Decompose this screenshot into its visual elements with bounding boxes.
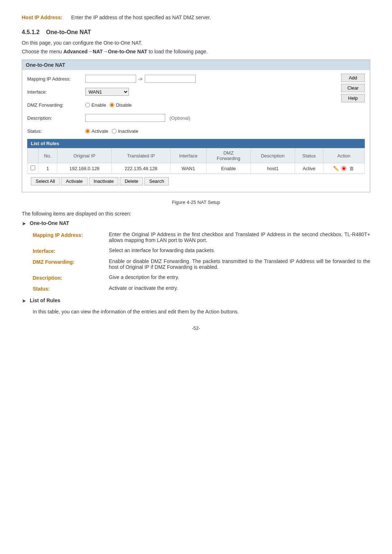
col-description: Description bbox=[251, 148, 295, 163]
detail-description-label: Description: bbox=[33, 274, 109, 281]
table-buttons: Select All Activate Inactivate Delete Se… bbox=[27, 174, 365, 188]
dmz-enable-label[interactable]: Enable bbox=[85, 102, 106, 108]
following-items-text: The following items are displayed on thi… bbox=[22, 211, 370, 217]
disable-icon[interactable]: ● bbox=[341, 165, 347, 171]
edit-icon[interactable]: ✏️ bbox=[333, 165, 339, 172]
list-of-rules: List of Rules No. Original IP Translated… bbox=[27, 139, 365, 188]
detail-dmz: DMZ Forwarding: Enable or disable DMZ Fo… bbox=[33, 258, 370, 270]
optional-text: (Optional) bbox=[170, 115, 190, 121]
bullet2-title: List of Rules bbox=[30, 297, 60, 303]
list-rules-desc: In this table, you can view the informat… bbox=[33, 309, 370, 315]
host-ip-text: Enter the IP address of the host specifi… bbox=[71, 15, 211, 20]
bullet-arrow-1: ➤ bbox=[22, 221, 26, 226]
interface-label: Interface: bbox=[27, 89, 85, 95]
detail-status-text: Activate or inactivate the entry. bbox=[109, 285, 370, 292]
bullet-list-rules: ➤ List of Rules bbox=[22, 297, 370, 304]
delete-button[interactable]: Delete bbox=[120, 177, 143, 185]
detail-dmz-text: Enable or disable DMZ Forwarding. The pa… bbox=[109, 258, 370, 270]
list-rules-desc-block: In this table, you can view the informat… bbox=[33, 309, 370, 315]
detail-description: Description: Give a description for the … bbox=[33, 274, 370, 281]
status-activate-label[interactable]: Activate bbox=[85, 128, 108, 134]
nat-form: Mapping IP Address: -> Interface: WAN1 D… bbox=[22, 70, 370, 192]
row-action: ✏️ ● 🗑 bbox=[323, 163, 364, 174]
mapping-ip-input-right[interactable] bbox=[145, 75, 196, 83]
arrow-text: -> bbox=[138, 76, 143, 82]
detail-mapping-text: Enter the Original IP Address in the fir… bbox=[109, 231, 370, 243]
section-heading: 4.5.1.2 One-to-One NAT bbox=[22, 29, 370, 36]
status-label: Status: bbox=[27, 128, 85, 134]
detail-block: Mapping IP Address: Enter the Original I… bbox=[33, 231, 370, 292]
interface-row: Interface: WAN1 bbox=[27, 87, 365, 97]
interface-control: WAN1 bbox=[85, 88, 365, 96]
dmz-label: DMZ Forwarding: bbox=[27, 102, 85, 108]
row-description: host1 bbox=[251, 163, 295, 174]
status-activate-radio[interactable] bbox=[85, 129, 90, 134]
status-row: Status: Activate Inactivate bbox=[27, 126, 365, 136]
detail-dmz-label: DMZ Forwarding: bbox=[33, 258, 109, 270]
detail-mapping-label: Mapping IP Address: bbox=[33, 231, 109, 243]
description-input[interactable] bbox=[85, 114, 165, 122]
row-status: Active bbox=[295, 163, 323, 174]
col-checkbox bbox=[28, 148, 38, 163]
description-label: Description: bbox=[27, 115, 85, 121]
section-intro: On this page, you can configure the One-… bbox=[22, 40, 370, 46]
select-all-button[interactable]: Select All bbox=[31, 177, 60, 185]
host-ip-section: Host IP Address: Enter the IP address of… bbox=[22, 15, 370, 20]
dmz-control: Enable Disable bbox=[85, 102, 365, 108]
col-action: Action bbox=[323, 148, 364, 163]
row-original-ip: 192.168.0.128 bbox=[57, 163, 111, 174]
inactivate-button[interactable]: Inactivate bbox=[89, 177, 119, 185]
status-control: Activate Inactivate bbox=[85, 128, 365, 134]
table-header-row: No. Original IP Translated IP Interface … bbox=[28, 148, 365, 163]
dmz-disable-label[interactable]: Disable bbox=[110, 102, 131, 108]
nat-box-header: One-to-One NAT bbox=[22, 60, 370, 70]
row-translated-ip: 222.135.48.128 bbox=[112, 163, 171, 174]
status-inactivate-radio[interactable] bbox=[112, 129, 117, 134]
rules-table: No. Original IP Translated IP Interface … bbox=[27, 148, 365, 174]
detail-status: Status: Activate or inactivate the entry… bbox=[33, 285, 370, 292]
mapping-ip-row: Mapping IP Address: -> bbox=[27, 74, 365, 84]
row-checkbox[interactable] bbox=[30, 165, 35, 170]
col-status: Status bbox=[295, 148, 323, 163]
row-dmz: Enable bbox=[207, 163, 251, 174]
row-no: 1 bbox=[38, 163, 57, 174]
detail-mapping: Mapping IP Address: Enter the Original I… bbox=[33, 231, 370, 243]
add-button[interactable]: Add bbox=[341, 74, 365, 82]
figure-caption: Figure 4-25 NAT Setup bbox=[22, 200, 370, 205]
col-dmz: DMZForwarding bbox=[207, 148, 251, 163]
help-button[interactable]: Help bbox=[341, 94, 365, 102]
search-button[interactable]: Search bbox=[144, 177, 169, 185]
dmz-enable-radio[interactable] bbox=[85, 103, 90, 107]
detail-interface-text: Select an interface for forwarding data … bbox=[109, 247, 370, 254]
activate-button[interactable]: Activate bbox=[61, 177, 87, 185]
interface-select[interactable]: WAN1 bbox=[85, 88, 129, 96]
col-interface: Interface bbox=[170, 148, 206, 163]
mapping-ip-control: -> bbox=[85, 75, 365, 83]
row-interface: WAN1 bbox=[170, 163, 206, 174]
description-control: (Optional) bbox=[85, 114, 365, 122]
col-original-ip: Original IP bbox=[57, 148, 111, 163]
action-icons: ✏️ ● 🗑 bbox=[326, 165, 362, 172]
col-no: No. bbox=[38, 148, 57, 163]
dmz-row: DMZ Forwarding: Enable Disable bbox=[27, 100, 365, 110]
col-translated-ip: Translated IP bbox=[112, 148, 171, 163]
mapping-ip-label: Mapping IP Address: bbox=[27, 76, 85, 82]
bullet-one-to-one: ➤ One-to-One NAT bbox=[22, 220, 370, 226]
bullet-arrow-2: ➤ bbox=[22, 298, 26, 304]
status-inactivate-label[interactable]: Inactivate bbox=[112, 128, 138, 134]
detail-status-label: Status: bbox=[33, 285, 109, 292]
description-row: Description: (Optional) bbox=[27, 113, 365, 123]
detail-interface: Interface: Select an interface for forwa… bbox=[33, 247, 370, 254]
delete-icon[interactable]: 🗑 bbox=[348, 165, 355, 172]
detail-interface-label: Interface: bbox=[33, 247, 109, 254]
nat-box: One-to-One NAT Mapping IP Address: -> In… bbox=[22, 59, 370, 192]
mapping-ip-input-left[interactable] bbox=[85, 75, 136, 83]
row-checkbox-cell[interactable] bbox=[28, 163, 38, 174]
dmz-disable-radio[interactable] bbox=[110, 103, 114, 107]
clear-button[interactable]: Clear bbox=[341, 84, 365, 92]
table-row: 1 192.168.0.128 222.135.48.128 WAN1 Enab… bbox=[28, 163, 365, 174]
host-ip-label: Host IP Address: bbox=[22, 15, 62, 20]
side-buttons: Add Clear Help bbox=[341, 74, 365, 102]
detail-description-text: Give a description for the entry. bbox=[109, 274, 370, 281]
menu-path: Choose the menu Advanced→NAT→One-to-One … bbox=[22, 49, 370, 54]
